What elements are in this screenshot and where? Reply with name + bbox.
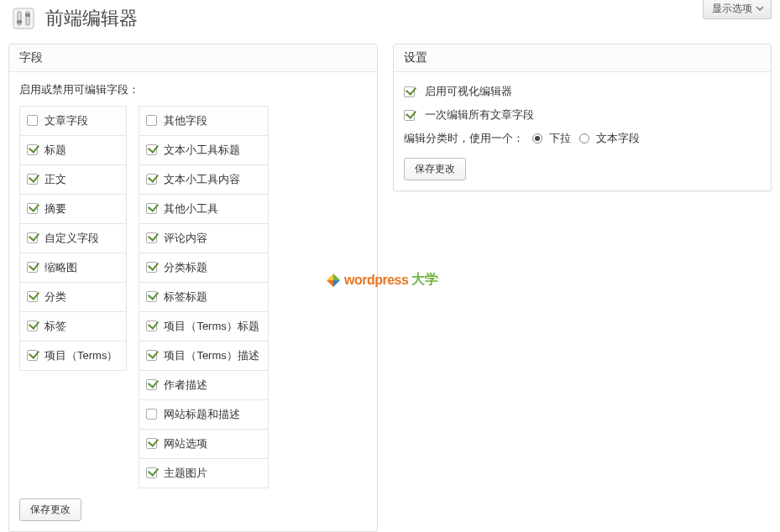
table-row: 项目（Terms） — [20, 342, 127, 371]
checkbox-category-title[interactable] — [146, 262, 157, 273]
table-row: 主题图片 — [139, 459, 268, 488]
checkbox-enable-visual-editor[interactable] — [404, 86, 415, 97]
field-label: 标签标题 — [164, 290, 207, 303]
fields-panel-title: 字段 — [9, 44, 377, 72]
field-label: 分类 — [44, 290, 66, 303]
setting-label: 一次编辑所有文章字段 — [425, 107, 534, 123]
checkbox-text-widget-title[interactable] — [146, 144, 157, 155]
checkbox-custom-fields[interactable] — [27, 232, 38, 243]
svg-rect-4 — [25, 13, 30, 17]
settings-panel-title: 设置 — [394, 44, 771, 72]
table-row: 自定义字段 — [20, 224, 127, 253]
fields-note: 启用或禁用可编辑字段： — [19, 82, 367, 97]
table-row: 缩略图 — [20, 253, 127, 283]
radio-label-textfield: 文本字段 — [596, 131, 640, 146]
checkbox-thumbnail[interactable] — [27, 262, 38, 273]
checkbox-post-fields-header[interactable] — [27, 115, 38, 126]
page-title: 前端编辑器 — [45, 6, 138, 31]
checkbox-terms[interactable] — [27, 350, 38, 361]
field-label: 正文 — [44, 173, 66, 185]
checkbox-text-widget-content[interactable] — [146, 174, 157, 185]
checkbox-category[interactable] — [27, 291, 38, 302]
table-row: 评论内容 — [139, 224, 268, 253]
radio-label-dropdown: 下拉 — [549, 131, 571, 146]
table-row: 文本小工具标题 — [139, 136, 268, 165]
field-label: 分类标题 — [164, 261, 207, 274]
checkbox-terms-desc[interactable] — [146, 350, 157, 361]
checkbox-terms-title[interactable] — [146, 321, 157, 331]
svg-rect-3 — [17, 20, 22, 23]
field-label: 文本小工具标题 — [164, 143, 240, 156]
checkbox-theme-images[interactable] — [146, 467, 157, 478]
checkbox-author-desc[interactable] — [146, 379, 157, 390]
screen-options-label: 显示选项 — [712, 2, 752, 16]
table-row: 标签 — [20, 312, 127, 342]
field-label: 缩略图 — [44, 261, 77, 274]
checkbox-site-title-desc[interactable] — [146, 409, 157, 420]
checkbox-tag[interactable] — [27, 321, 38, 331]
page-header: 前端编辑器 — [8, 0, 772, 44]
field-label: 项目（Terms）标题 — [164, 320, 259, 332]
table-row: 项目（Terms）标题 — [139, 312, 268, 342]
table-row: 网站选项 — [139, 430, 268, 459]
svg-rect-0 — [13, 8, 34, 29]
other-fields-table: 其他字段 文本小工具标题 文本小工具内容 其他小工具 评论内容 分类标题 标签标… — [139, 106, 268, 488]
radio-textfield[interactable] — [579, 133, 589, 143]
table-row: 标题 — [20, 136, 127, 165]
table-row: 其他字段 — [139, 107, 268, 136]
table-row: 其他小工具 — [139, 195, 268, 224]
table-row: 分类标题 — [139, 253, 268, 283]
checkbox-other-fields-header[interactable] — [146, 115, 157, 126]
field-label: 摘要 — [44, 202, 66, 215]
other-fields-header: 其他字段 — [164, 114, 207, 127]
field-label: 网站标题和描述 — [164, 408, 240, 420]
field-label: 其他小工具 — [164, 202, 218, 215]
checkbox-comment-content[interactable] — [146, 232, 157, 243]
radio-dropdown[interactable] — [532, 133, 542, 143]
checkbox-site-options[interactable] — [146, 438, 157, 449]
table-row: 分类 — [20, 283, 127, 312]
table-row: 文章字段 — [20, 107, 127, 136]
table-row: 网站标题和描述 — [139, 400, 268, 430]
post-fields-table: 文章字段 标题 正文 摘要 自定义字段 缩略图 分类 标签 项目（Terms） — [19, 106, 127, 371]
field-label: 文本小工具内容 — [164, 173, 240, 185]
setting-prompt: 编辑分类时，使用一个： — [404, 131, 524, 146]
save-settings-button[interactable]: 保存更改 — [404, 158, 466, 180]
fields-panel: 字段 启用或禁用可编辑字段： 文章字段 标题 正文 摘要 自定义字段 缩略图 分… — [8, 44, 378, 532]
screen-options-button[interactable]: 显示选项 — [703, 0, 772, 19]
table-row: 文本小工具内容 — [139, 165, 268, 195]
field-label: 作者描述 — [164, 378, 207, 391]
table-row: 作者描述 — [139, 371, 268, 400]
setting-label: 启用可视化编辑器 — [425, 84, 512, 99]
post-fields-header: 文章字段 — [44, 114, 88, 127]
sliders-icon — [10, 5, 37, 32]
field-label: 自定义字段 — [44, 232, 99, 244]
table-row: 摘要 — [20, 195, 127, 224]
checkbox-edit-all-fields-once[interactable] — [404, 110, 415, 121]
settings-panel: 设置 启用可视化编辑器 一次编辑所有文章字段 编辑分类时，使用一个： 下拉 文本… — [393, 44, 772, 191]
checkbox-other-widgets[interactable] — [146, 203, 157, 214]
field-label: 项目（Terms） — [44, 349, 118, 362]
field-label: 标题 — [44, 143, 66, 156]
table-row: 项目（Terms）描述 — [139, 342, 268, 371]
table-row: 正文 — [20, 165, 127, 195]
field-label: 项目（Terms）描述 — [164, 349, 259, 362]
field-label: 评论内容 — [164, 232, 207, 244]
checkbox-tag-title[interactable] — [146, 291, 157, 302]
table-row: 标签标题 — [139, 283, 268, 312]
chevron-down-icon — [756, 3, 764, 15]
checkbox-title[interactable] — [27, 144, 38, 155]
field-label: 标签 — [44, 320, 66, 332]
checkbox-body[interactable] — [27, 174, 38, 185]
save-fields-button[interactable]: 保存更改 — [19, 498, 81, 521]
field-label: 主题图片 — [164, 467, 207, 479]
field-label: 网站选项 — [164, 437, 207, 450]
checkbox-excerpt[interactable] — [27, 203, 38, 214]
